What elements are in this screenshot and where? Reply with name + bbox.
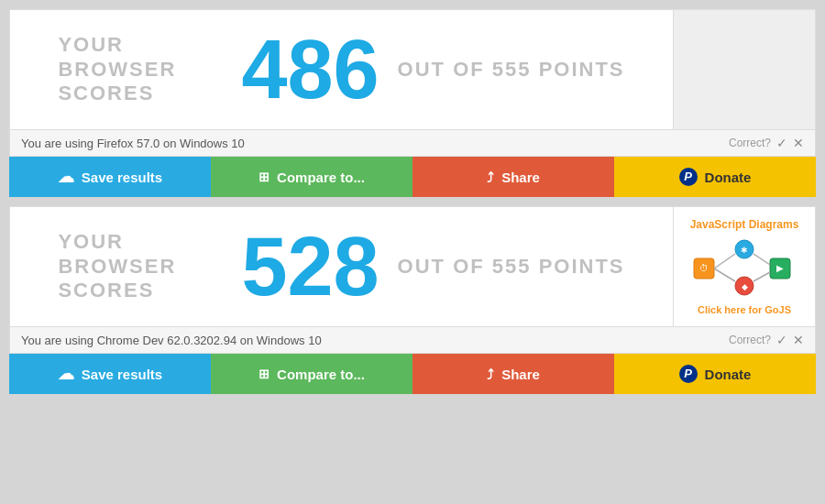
- browser-result-panel-2: YOUR BROWSER SCORES 528 OUT OF 555 POINT…: [9, 206, 816, 394]
- svg-line-6: [754, 254, 770, 265]
- score-number-1: 486: [241, 28, 379, 111]
- action-bar-1: ☁ Save results ⊞ Compare to... ⤴ Share P…: [9, 157, 816, 197]
- share-button-1[interactable]: ⤴ Share: [412, 157, 614, 197]
- ad-title-2: JavaScript Diagrams: [690, 218, 799, 231]
- correct-section-1: Correct? ✓ ✕: [729, 136, 804, 150]
- save-button-2[interactable]: ☁ Save results: [9, 354, 211, 394]
- info-bar-2: You are using Chrome Dev 62.0.3202.94 on…: [9, 327, 816, 354]
- share-icon-1: ⤴: [487, 170, 494, 185]
- compare-button-2[interactable]: ⊞ Compare to...: [211, 354, 412, 394]
- share-label-1: Share: [501, 170, 540, 185]
- share-label-2: Share: [501, 367, 540, 382]
- score-label-left-1: YOUR BROWSER SCORES: [58, 33, 223, 105]
- correct-label-1: Correct?: [729, 137, 771, 149]
- paypal-icon-1: P: [679, 168, 698, 186]
- grid-icon-1: ⊞: [258, 170, 270, 184]
- svg-text:✱: ✱: [741, 246, 748, 255]
- info-bar-1: You are using Firefox 57.0 on Windows 10…: [9, 130, 816, 157]
- score-sidebar-1: [673, 10, 815, 129]
- correct-check-icon-2[interactable]: ✓: [776, 333, 787, 347]
- compare-label-2: Compare to...: [277, 367, 365, 382]
- svg-line-5: [714, 268, 735, 281]
- cloud-icon-2: ☁: [58, 364, 74, 384]
- score-display-2: YOUR BROWSER SCORES 528 OUT OF 555 POINT…: [9, 206, 816, 327]
- cloud-icon-1: ☁: [58, 167, 74, 187]
- score-display-1: YOUR BROWSER SCORES 486 OUT OF 555 POINT…: [9, 9, 816, 130]
- svg-line-7: [754, 272, 770, 281]
- score-label-right-2: OUT OF 555 POINTS: [398, 255, 625, 279]
- share-icon-2: ⤴: [487, 367, 494, 382]
- score-label-right-1: OUT OF 555 POINTS: [398, 58, 625, 82]
- paypal-icon-2: P: [679, 365, 698, 383]
- ad-link-2[interactable]: Click here for GoJS: [698, 304, 791, 315]
- score-main-2: YOUR BROWSER SCORES 528 OUT OF 555 POINT…: [10, 207, 673, 326]
- correct-x-icon-1[interactable]: ✕: [793, 136, 804, 150]
- share-button-2[interactable]: ⤴ Share: [412, 354, 614, 394]
- compare-button-1[interactable]: ⊞ Compare to...: [211, 157, 412, 197]
- svg-text:◆: ◆: [742, 282, 748, 291]
- score-main-1: YOUR BROWSER SCORES 486 OUT OF 555 POINT…: [10, 10, 673, 129]
- score-label-left-2: YOUR BROWSER SCORES: [58, 230, 223, 302]
- save-button-1[interactable]: ☁ Save results: [9, 157, 211, 197]
- score-number-2: 528: [241, 225, 379, 308]
- browser-result-panel-1: YOUR BROWSER SCORES 486 OUT OF 555 POINT…: [9, 9, 816, 197]
- svg-line-4: [714, 254, 735, 268]
- grid-icon-2: ⊞: [258, 367, 270, 381]
- ad-diagram-2: ⏱ ✱ ◆ ▶: [689, 236, 799, 300]
- compare-label-1: Compare to...: [277, 170, 365, 185]
- correct-section-2: Correct? ✓ ✕: [729, 333, 804, 347]
- donate-label-2: Donate: [705, 367, 752, 382]
- donate-button-2[interactable]: P Donate: [614, 354, 816, 394]
- correct-x-icon-2[interactable]: ✕: [793, 333, 804, 347]
- save-label-1: Save results: [82, 170, 162, 185]
- save-label-2: Save results: [82, 367, 162, 382]
- score-sidebar-ad-2[interactable]: JavaScript Diagrams ⏱ ✱ ◆ ▶ Click here f…: [673, 207, 815, 326]
- correct-check-icon-1[interactable]: ✓: [776, 136, 787, 150]
- correct-label-2: Correct?: [729, 334, 771, 346]
- action-bar-2: ☁ Save results ⊞ Compare to... ⤴ Share P…: [9, 354, 816, 394]
- svg-text:⏱: ⏱: [699, 263, 709, 273]
- svg-text:▶: ▶: [776, 263, 784, 273]
- browser-info-1: You are using Firefox 57.0 on Windows 10: [21, 137, 245, 150]
- browser-info-2: You are using Chrome Dev 62.0.3202.94 on…: [21, 334, 322, 347]
- donate-label-1: Donate: [705, 170, 752, 185]
- donate-button-1[interactable]: P Donate: [614, 157, 816, 197]
